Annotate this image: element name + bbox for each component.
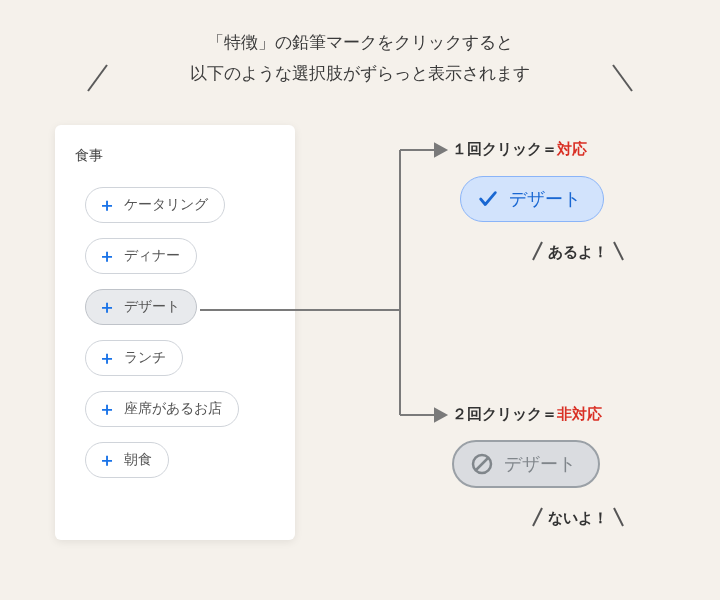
- svg-marker-2: [435, 144, 446, 156]
- aside-on-text: あるよ！: [548, 243, 608, 262]
- label-prefix: ２回クリック＝: [452, 405, 557, 422]
- svg-marker-3: [435, 409, 446, 421]
- aside-on: あるよ！: [530, 240, 626, 262]
- state-off-label: ２回クリック＝非対応: [452, 405, 602, 424]
- state-on-chip[interactable]: デザート: [460, 176, 604, 222]
- svg-line-5: [614, 242, 623, 260]
- chip-text: デザート: [504, 452, 576, 476]
- svg-line-8: [533, 508, 542, 526]
- check-icon: [477, 188, 499, 210]
- svg-line-4: [533, 242, 542, 260]
- state-off-chip[interactable]: デザート: [452, 440, 600, 488]
- svg-line-9: [614, 508, 623, 526]
- state-on-label: １回クリック＝対応: [452, 140, 587, 159]
- label-word: 非対応: [557, 405, 602, 422]
- aside-off-text: ないよ！: [548, 509, 608, 528]
- label-word: 対応: [557, 140, 587, 157]
- ban-icon: [470, 452, 494, 476]
- slash-right-icon: [612, 240, 626, 262]
- slash-right-icon: [612, 506, 626, 528]
- aside-off: ないよ！: [530, 506, 626, 528]
- chip-text: デザート: [509, 187, 581, 211]
- slash-left-icon: [530, 506, 544, 528]
- svg-line-7: [476, 458, 489, 471]
- slash-left-icon: [530, 240, 544, 262]
- label-prefix: １回クリック＝: [452, 140, 557, 157]
